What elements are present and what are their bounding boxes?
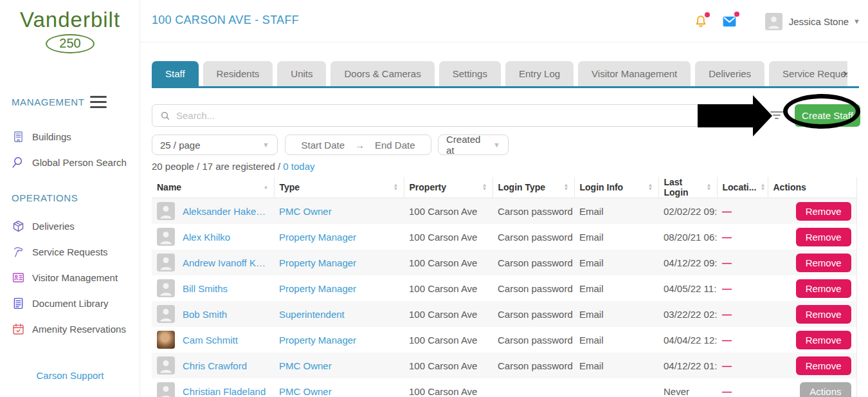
search-input[interactable] — [176, 110, 754, 121]
carson-support-link[interactable]: Carson Support — [0, 370, 140, 381]
user-avatar[interactable] — [765, 13, 782, 30]
staff-login-type: Carson password — [498, 206, 573, 217]
today-count-link[interactable]: 0 today — [283, 161, 314, 172]
staff-type: Property Manager — [279, 335, 356, 346]
tab-settings[interactable]: Settings — [439, 61, 501, 86]
remove-button[interactable]: Remove — [796, 305, 851, 324]
created-at-select[interactable]: Created at ▼ — [438, 134, 509, 155]
column-header-locati[interactable]: Locati...▲▼ — [717, 177, 768, 198]
table-header-row: Name▲Type▲▼Property▲▼Login Type▲▼Login I… — [152, 177, 856, 198]
column-label: Locati... — [723, 182, 757, 192]
staff-property: 100 Carson Ave — [409, 309, 477, 320]
staff-last-login: 04/12/22 09:... — [664, 257, 717, 268]
sidebar-item-document-library[interactable]: Document Library — [0, 290, 140, 316]
package-icon — [12, 219, 25, 233]
tab-deliveries[interactable]: Deliveries — [695, 61, 764, 86]
staff-name-link[interactable]: Alex Khilko — [183, 232, 230, 243]
end-date-placeholder[interactable]: End Date — [375, 140, 415, 151]
document-icon — [12, 297, 25, 310]
sort-icon: ▲▼ — [644, 183, 653, 191]
page-size-select[interactable]: 25 / page ▼ — [152, 134, 278, 155]
sort-icon: ▲▼ — [756, 183, 765, 191]
staff-name-link[interactable]: Bill Smiths — [183, 283, 228, 294]
top-bar: 100 CARSON AVE - STAFF Jessica Stone ▼ — [140, 0, 868, 42]
staff-last-login: Never — [664, 386, 689, 397]
staff-property: 100 Carson Ave — [409, 283, 477, 294]
sidebar: Vanderbilt 250 MANAGEMENT BuildingsGloba… — [0, 0, 140, 397]
column-header-login-type[interactable]: Login Type▲▼ — [493, 177, 574, 198]
staff-name-link[interactable]: Cam Schmitt — [183, 335, 238, 346]
no-location-dash: — — [722, 360, 732, 371]
column-header-type[interactable]: Type▲▼ — [274, 177, 404, 198]
actions-button[interactable]: Actions — [800, 382, 851, 397]
staff-login-info: Email — [579, 283, 604, 294]
staff-login-type: Carson password — [498, 335, 573, 346]
remove-button[interactable]: Remove — [796, 254, 851, 272]
menu-hamburger-icon[interactable] — [90, 96, 107, 108]
staff-property: 100 Carson Ave — [409, 335, 477, 346]
column-label: Property — [410, 182, 447, 192]
remove-button[interactable]: Remove — [796, 279, 851, 298]
staff-last-login: 04/04/22 12:... — [664, 335, 717, 346]
start-date-placeholder[interactable]: Start Date — [301, 140, 345, 151]
staff-last-login: 03/22/22 02:... — [664, 309, 717, 320]
search-icon — [160, 111, 170, 121]
remove-button[interactable]: Remove — [796, 228, 851, 246]
table-row: Bill SmithsProperty Manager100 Carson Av… — [152, 275, 856, 301]
staff-login-type: Carson password — [498, 283, 573, 294]
tab-residents[interactable]: Residents — [203, 61, 273, 86]
sidebar-item-label: Document Library — [32, 298, 108, 309]
user-menu-caret-icon[interactable]: ▼ — [853, 17, 860, 25]
sort-icon: ▲▼ — [478, 183, 487, 191]
sidebar-item-amenity-reservations[interactable]: Amenity Reservations — [0, 316, 140, 342]
column-label: Login Type — [498, 182, 546, 192]
bell-badge-dot — [705, 12, 710, 17]
staff-avatar — [157, 254, 175, 272]
tab-entry-log[interactable]: Entry Log — [505, 61, 574, 86]
tab-scroll-right-icon[interactable]: › — [843, 66, 847, 80]
tab-doors-cameras[interactable]: Doors & Cameras — [330, 61, 434, 86]
staff-property: 100 Carson Ave — [409, 386, 477, 397]
sidebar-item-global-person-search[interactable]: Global Person Search — [0, 149, 140, 175]
column-header-property[interactable]: Property▲▼ — [404, 177, 493, 198]
staff-name-link[interactable]: Christian Fladeland — [183, 386, 266, 397]
id-card-icon — [12, 271, 25, 284]
sidebar-item-visitor-management[interactable]: Visitor Management — [0, 264, 140, 290]
bell-icon[interactable] — [694, 14, 708, 28]
user-zone: Jessica Stone ▼ — [694, 0, 860, 42]
staff-name-link[interactable]: Bob Smith — [183, 309, 227, 320]
tab-service-requests[interactable]: Service Requests — [769, 61, 847, 86]
staff-login-info: Email — [579, 335, 604, 346]
column-header-last-login[interactable]: Last Login▲▼ — [658, 177, 717, 198]
staff-login-info: Email — [579, 206, 604, 217]
search-box — [152, 104, 763, 127]
sidebar-item-service-requests[interactable]: Service Requests — [0, 239, 140, 264]
table-row: Bob SmithSuperintendent100 Carson AveCar… — [152, 301, 856, 327]
staff-avatar — [157, 305, 175, 323]
date-range-picker[interactable]: Start Date → End Date — [285, 134, 431, 155]
staff-name-link[interactable]: Aleksander Hakestad — [183, 206, 269, 217]
sidebar-item-label: Service Requests — [32, 246, 108, 257]
remove-button[interactable]: Remove — [796, 356, 851, 375]
page-title: 100 CARSON AVE - STAFF — [152, 14, 299, 27]
sort-icon: ▲▼ — [560, 183, 569, 191]
staff-login-info: Email — [579, 360, 604, 371]
mail-icon[interactable] — [721, 14, 737, 30]
remove-button[interactable]: Remove — [796, 331, 851, 349]
tab-staff[interactable]: Staff — [152, 61, 199, 86]
tab-units[interactable]: Units — [277, 61, 326, 86]
staff-name-link[interactable]: Andrew Ivanoff Kahn — [183, 257, 269, 268]
table-row: Andrew Ivanoff KahnProperty Manager100 C… — [152, 250, 856, 275]
tab-underline — [152, 86, 859, 88]
hammer-icon — [12, 245, 25, 259]
column-header-login-info[interactable]: Login Info▲▼ — [574, 177, 658, 198]
sidebar-item-buildings[interactable]: Buildings — [0, 124, 140, 149]
column-header-name[interactable]: Name▲ — [152, 177, 274, 198]
tab-visitor-management[interactable]: Visitor Management — [578, 61, 691, 86]
remove-button[interactable]: Remove — [796, 202, 851, 221]
user-name[interactable]: Jessica Stone — [789, 16, 849, 27]
staff-name-link[interactable]: Chris Crawford — [183, 360, 247, 371]
column-header-actions[interactable]: Actions — [768, 177, 856, 198]
staff-login-info: Email — [579, 232, 604, 243]
sidebar-item-deliveries[interactable]: Deliveries — [0, 213, 140, 239]
